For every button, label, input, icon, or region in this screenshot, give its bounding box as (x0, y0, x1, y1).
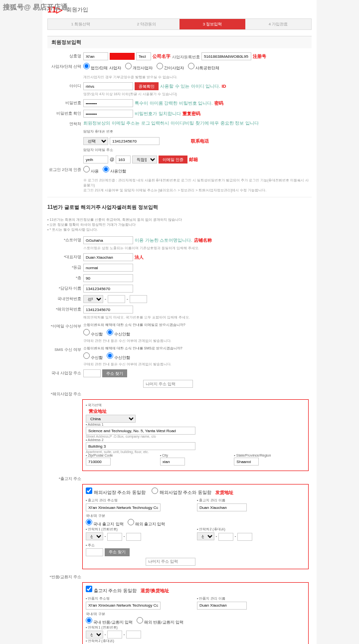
store-input[interactable] (83, 236, 133, 244)
intlphone-note: 해외연락처를 잊지 마세요. 국가번호를 모두 포함하여 입력해 주세요. (83, 315, 312, 320)
email-local-input[interactable] (83, 156, 108, 163)
emailrecv-note: 구매와 관련 안내 등은 수신 여부에 관계없이 발송됩니다. (83, 338, 312, 343)
domphone-2[interactable] (130, 295, 147, 303)
ceo-input[interactable] (83, 253, 133, 261)
mgrname-label: *담당자 이름 (47, 285, 81, 291)
bizno-input[interactable] (201, 52, 251, 60)
ship-ph1-b[interactable] (126, 533, 141, 541)
return-ph1-b[interactable] (126, 631, 141, 639)
ship-ph2-lbl: • 연락처2 (휴대폰) (197, 527, 305, 532)
domaddr-rest[interactable] (143, 380, 193, 388)
ship-ph2-b[interactable] (237, 533, 252, 541)
intlphone-input[interactable] (83, 306, 133, 314)
domaddr-search-button[interactable]: 주소 찾기 (102, 369, 127, 377)
business-address-box: • 국가선택 营业地址 China • Address 1 Street Add… (82, 399, 309, 471)
phone-input[interactable] (110, 137, 160, 145)
annotation-bizaddr: 营业地址 (89, 409, 107, 414)
ship-mgr-lbl: • 출고지 관리 주소명 (86, 498, 194, 503)
annotation-ship: 发货地址 (215, 490, 233, 495)
return-ph1-a[interactable] (107, 631, 122, 639)
biztype-opt-1[interactable]: 법인/단체 사업자 (83, 63, 121, 71)
bizaddr-a2-input[interactable] (86, 442, 195, 450)
bizno-label: 사업자등록번호 (172, 53, 200, 60)
return-name-input[interactable] (197, 602, 247, 610)
smsrecv-opt-2[interactable]: 수신안함 (107, 352, 130, 360)
ship-region-opt-1[interactable]: 국내 출고지 입력 (86, 519, 124, 527)
domaddr-label: 국내 사업장 주소 (47, 369, 81, 376)
bizaddr-a1-input[interactable] (86, 427, 195, 435)
floor-label: *층 (47, 274, 81, 281)
pw-input[interactable] (83, 99, 133, 107)
domphone-sel[interactable]: 선택 (83, 295, 103, 303)
ship-ph2-a[interactable] (218, 533, 233, 541)
domphone-label: 국내연락번호 (47, 295, 81, 302)
return-mgr-input[interactable] (86, 602, 161, 610)
mgrname-input[interactable] (83, 285, 133, 293)
pw2-input[interactable] (83, 110, 133, 118)
ship-name-input[interactable] (197, 503, 247, 511)
return-region-opt-2[interactable]: 해외 반품/교환지 입력 (137, 617, 183, 625)
domphone-1[interactable] (108, 295, 125, 303)
smsrecv-note: 구매와 관련 안내 등은 수신 여부에 관계없이 발송됩니다. (83, 362, 312, 367)
bizaddr-city[interactable] (160, 458, 185, 466)
bizaddr-country-lbl: • 국가선택 (86, 403, 305, 408)
annotation-company: 公司名字 (153, 53, 171, 60)
emailrecv-q: 쇼핑이벤트와 혜택에 대한 소식 안내를 이메일로 받으시겠습니까? (83, 322, 312, 327)
floor-input[interactable] (83, 274, 133, 282)
bizaddr-a1-note: Street Address,P .O.Box, company name, c… (86, 435, 305, 438)
login2-label: 로그인 2단계 인증 (47, 166, 81, 172)
ship-search-button[interactable]: 주소 찾기 (105, 548, 130, 556)
ship-same-chk1[interactable]: 해외사업장 주소와 동일함 (86, 490, 146, 495)
grade-input[interactable] (83, 264, 133, 272)
bizaddr-zip[interactable] (86, 458, 111, 466)
annotation-id: ID (222, 84, 226, 89)
biztype-opt-2[interactable]: 개인사업자 (125, 63, 153, 71)
login2-opt-2[interactable]: 사용안함 (103, 166, 126, 174)
smsrecv-opt-1[interactable]: 수신함 (83, 352, 103, 360)
company-input-2[interactable] (136, 52, 151, 60)
login2-opt-1[interactable]: 사용 (83, 166, 99, 174)
return-region-lbl: 국내/외 구분 (86, 612, 305, 617)
redacted-bar (110, 53, 135, 60)
ship-mgr-input[interactable] (86, 503, 161, 511)
biztype-label: 사업자/단체 선택 (47, 63, 81, 69)
userid-label: 아이디 (47, 82, 81, 89)
domaddr-zip[interactable] (83, 369, 101, 377)
bizaddr-country-select[interactable]: China (86, 415, 136, 423)
email-domain-select[interactable]: 직접입력 (132, 156, 157, 163)
return-address-box: 출고지 주소와 동일함 退货/换货地址 • 반품지 주소명 • 반품지 관리 이… (82, 582, 309, 644)
biztype-opt-3[interactable]: 간이사업자 (157, 63, 184, 71)
pw-status: 특수이 아미롬 강력한 비밀번호 입니다. (135, 100, 213, 107)
return-same-chk[interactable]: 출고지 주소와 동일함 (86, 588, 137, 593)
ship-ph1-sel[interactable]: 선택 (86, 532, 103, 540)
annotation-pw2: 重复密码 (182, 111, 200, 117)
biztype-opt-4[interactable]: 사회공헌단체 (188, 63, 219, 71)
step-4: 4 가입완료 (245, 19, 311, 29)
company-input-1[interactable] (83, 52, 108, 60)
annotation-ceo: 法人 (135, 254, 144, 261)
return-ph1-sel[interactable]: 선택 (86, 631, 103, 639)
page-title: 회원가입 (66, 6, 88, 13)
ship-same-chk2[interactable]: 해외사업장 주소와 동일함 (152, 490, 211, 495)
userid-check-button[interactable]: 중복확인 (135, 82, 159, 90)
ship-rest[interactable] (146, 558, 195, 566)
smsrecv-q: 쇼핑이벤트와 혜택에 대한 소식 안내를 SMS로 받으시겠습니까? (83, 346, 312, 351)
pw-label: 비밀번호 (47, 99, 81, 106)
at-icon: @ (110, 157, 114, 162)
ship-name-lbl: • 출고지 관리 이름 (197, 498, 305, 503)
emailrecv-opt-1[interactable]: 수신함 (83, 329, 103, 337)
phone-prefix-select[interactable]: 선택 (83, 137, 108, 145)
bizaddr-state[interactable] (234, 458, 259, 466)
userid-input[interactable] (83, 82, 133, 90)
email-domain-input[interactable] (116, 156, 131, 163)
email-verify-button[interactable]: 이메일 인증 (159, 156, 187, 163)
bizaddr-a2-note: Apartment, suite, unit, building, floor,… (86, 450, 305, 454)
ship-ph2-sel[interactable]: 선택 (197, 532, 214, 540)
ship-zip[interactable] (86, 548, 103, 556)
emailrecv-opt-2[interactable]: 수신안함 (107, 329, 130, 337)
ship-ph1-a[interactable] (107, 533, 122, 541)
annotation-store: 店铺名称 (194, 237, 212, 244)
annotation-email: 邮箱 (189, 157, 198, 163)
return-region-opt-1[interactable]: 국내 반품/교환지 입력 (86, 617, 133, 625)
ship-region-opt-2[interactable]: 해외 출고지 입력 (128, 519, 166, 527)
